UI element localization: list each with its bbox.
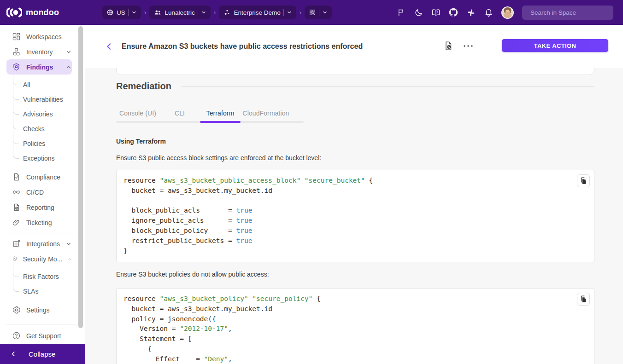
code-line: Version = "2012-10-17", [123, 324, 587, 334]
main: Ensure Amazon S3 buckets have public acc… [85, 25, 623, 364]
org-selector[interactable]: Lunalectric [149, 6, 210, 19]
code-block-terraform-1: resource "aws_s3_bucket_public_access_bl… [116, 170, 594, 262]
sidebar-item-label: SLAs [23, 288, 38, 295]
help-icon [12, 331, 21, 340]
sidebar-item-ci-cd[interactable]: CI/CD [6, 185, 72, 200]
reporting-icon [12, 203, 21, 212]
using-terraform-heading: Using Terraform [116, 138, 166, 145]
code-line: restrict_public_buckets = true [123, 236, 587, 246]
tab-terraform[interactable]: Terraform [200, 106, 241, 120]
sidebar-nav: WorkspacesInventoryFindingsAllVulnerabil… [0, 25, 85, 364]
code-line [123, 196, 587, 206]
sidebar-item-label: Findings [26, 64, 60, 71]
sidebar-item-label: Risk Factors [23, 273, 59, 280]
sidebar-item-label: Compliance [26, 173, 72, 181]
space-selector[interactable]: Enterprise Demo [219, 6, 296, 19]
tab-cli[interactable]: CLI [159, 106, 200, 120]
sidebar-item-label: Workspaces [26, 33, 72, 40]
ticketing-icon [12, 218, 21, 227]
github-icon[interactable] [449, 8, 458, 17]
slack-icon[interactable] [466, 8, 476, 17]
sidebar-item-integrations[interactable]: Integrations [6, 236, 72, 251]
sidebar-item-label: CI/CD [26, 189, 72, 196]
more-options-button[interactable] [461, 41, 475, 51]
collapse-button[interactable]: Collapse [0, 344, 85, 364]
sidebar-item-inventory[interactable]: Inventory [6, 44, 72, 59]
sidebar-item-label: Integrations [26, 240, 60, 248]
chevron-down-icon [201, 10, 206, 15]
sidebar-divider [6, 324, 79, 324]
sidebar-item-label: Reporting [26, 204, 72, 211]
sidebar-item-slas[interactable]: SLAs [0, 284, 85, 299]
search-box [522, 6, 613, 20]
pill-divider [283, 9, 284, 16]
code-line: block_public_policy = true [123, 226, 587, 236]
user-avatar[interactable] [501, 6, 514, 19]
code-line: bucket = aws_s3_bucket.my_bucket.id [123, 186, 587, 196]
breadcrumb-separator: › [144, 9, 147, 16]
cicd-icon [12, 188, 21, 196]
space-cluster-icon [223, 9, 231, 17]
globe-icon [106, 9, 114, 16]
organization-icon [153, 8, 162, 17]
code-line: resource "aws_s3_bucket_public_access_bl… [123, 176, 587, 186]
chevron-down-icon [65, 241, 72, 247]
space-label: Enterprise Demo [234, 9, 280, 16]
report-icon[interactable] [442, 40, 455, 52]
flag-icon[interactable] [396, 8, 406, 17]
sidebar-item-settings[interactable]: Settings [6, 302, 72, 318]
pill-divider [128, 9, 129, 16]
sidebar-item-workspaces[interactable]: Workspaces [6, 29, 72, 44]
sidebar-item-label: Exceptions [23, 155, 54, 162]
code-line: Statement = [ [123, 334, 587, 344]
mondoo-logo-icon [6, 7, 22, 17]
remediation-heading: Remediation [116, 81, 171, 92]
search-input[interactable] [530, 9, 612, 16]
brand-name: mondoo [26, 8, 59, 17]
tab-indicator [200, 121, 241, 123]
ellipsis-icon [463, 45, 473, 47]
copy-code-button[interactable] [577, 174, 590, 187]
copy-code-button[interactable] [577, 293, 590, 306]
chevron-down-icon [65, 49, 72, 55]
inventory-icon [12, 47, 21, 56]
org-label: Lunalectric [165, 9, 194, 16]
brand[interactable]: mondoo [6, 0, 59, 25]
tab-cloudformation[interactable]: CloudFormation [241, 106, 291, 120]
back-button[interactable] [103, 40, 116, 53]
sidebar-item-exceptions[interactable]: Exceptions [0, 151, 85, 166]
workspace-selector[interactable] [305, 6, 332, 19]
chevron-down-icon [287, 10, 292, 15]
copy-icon [579, 177, 588, 185]
workspaces-icon [12, 32, 21, 41]
sidebar-item-get-support[interactable]: Get Support [6, 328, 72, 343]
notifications-bell-icon[interactable] [484, 8, 493, 17]
pill-divider [198, 9, 198, 16]
breadcrumb-separator: › [299, 9, 302, 16]
docs-book-icon[interactable] [431, 8, 441, 17]
content: Remediation Console (UI)CLITerraformClou… [85, 68, 623, 364]
take-action-button[interactable]: TAKE ACTION [502, 39, 608, 52]
sidebar-item-label: Checks [23, 125, 45, 133]
chevron-left-icon [105, 42, 114, 51]
copy-icon [579, 295, 588, 303]
code-content: resource "aws_s3_bucket_public_access_bl… [123, 176, 587, 256]
page-header: Ensure Amazon S3 buckets have public acc… [85, 25, 623, 68]
sidebar-item-compliance[interactable]: Compliance [6, 169, 72, 185]
sidebar-scrollbar[interactable] [78, 26, 83, 328]
integrations-icon [12, 239, 21, 248]
region-selector[interactable]: US [102, 6, 141, 19]
chevron-down-icon [131, 10, 137, 15]
sidebar-item-label: All [23, 81, 30, 88]
code-block-terraform-2: resource "aws_s3_bucket_policy" "secure_… [116, 288, 594, 364]
region-label: US [117, 9, 125, 16]
header-divider [484, 40, 484, 52]
sidebar-item-label: Inventory [26, 48, 60, 56]
sidebar-item-label: Get Support [26, 332, 72, 340]
chevron-up-icon [68, 256, 72, 262]
sidebar-item-reporting[interactable]: Reporting [6, 200, 72, 215]
topbar: mondoo US › Lunalectric › [0, 0, 623, 25]
sidebar-item-ticketing[interactable]: Ticketing [6, 215, 72, 230]
tab-console-ui[interactable]: Console (UI) [116, 106, 159, 120]
dark-mode-moon-icon[interactable] [414, 8, 423, 17]
